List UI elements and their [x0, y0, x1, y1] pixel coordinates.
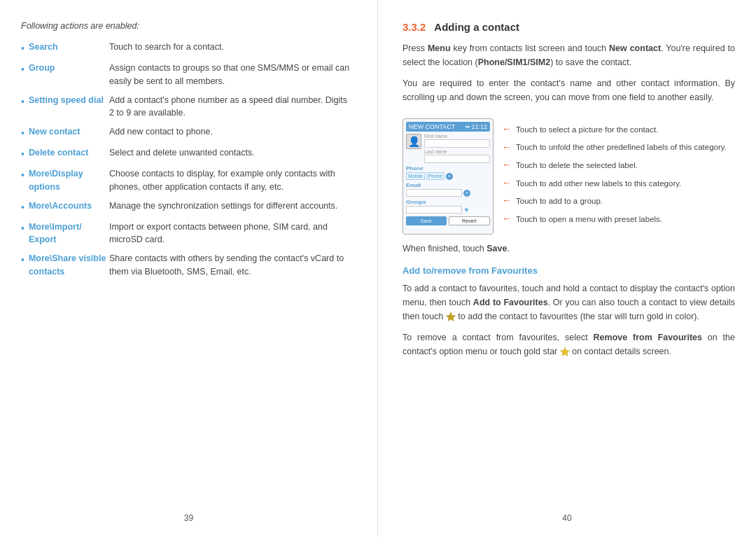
bullet-dot: •	[21, 221, 24, 236]
phone-mockup: NEW CONTACT ▪▪ 11:12 👤 First name Last n…	[402, 118, 493, 235]
phone-signal: ▪▪ 11:12	[465, 123, 487, 130]
last-name-field[interactable]	[424, 155, 490, 163]
email-section-label: Email	[406, 182, 490, 188]
callout-arrow-2: ←	[502, 141, 512, 155]
phone-area: NEW CONTACT ▪▪ 11:12 👤 First name Last n…	[402, 118, 735, 235]
para2: You are required to enter the contact's …	[402, 76, 735, 104]
revert-btn[interactable]: Revert	[449, 216, 491, 225]
groups-arrow: ▼	[463, 207, 470, 214]
list-item: • Setting speed dial Add a contact's pho…	[21, 94, 353, 120]
gold-star-icon	[560, 347, 570, 356]
list-item: • Delete contact Select and delete unwan…	[21, 146, 353, 162]
para4: To remove a contact from favourites, sel…	[402, 330, 735, 358]
bullet-desc: Choose contacts to display, for example …	[109, 167, 353, 194]
phone-bottom-btns: Save Revert	[406, 216, 490, 225]
bullet-list: • Search Touch to search for a contact. …	[21, 41, 353, 284]
groups-section-label: Groups	[406, 199, 490, 205]
bullet-term: Group	[29, 62, 109, 75]
phone-avatar: 👤	[406, 134, 421, 149]
callout-line-2: ← Touch to unfold the other predefined l…	[502, 141, 727, 155]
bullet-desc: Import or export contacts between phone,…	[109, 221, 353, 247]
list-item: • More\Import/Export Import or export co…	[21, 221, 353, 247]
callout-arrow-1: ←	[502, 123, 512, 137]
bullet-term: More\Accounts	[29, 200, 109, 213]
callout-text-5: Touch to add to a group.	[516, 195, 603, 207]
following-actions-label: Following actions are enabled:	[21, 21, 353, 31]
first-name-label: First name	[424, 134, 490, 139]
section-number: 3.3.2	[402, 21, 426, 33]
callout-line-1: ← Touch to select a picture for the cont…	[502, 123, 727, 137]
phone-top-bar: NEW CONTACT ▪▪ 11:12	[406, 122, 490, 132]
page-spread: Following actions are enabled: • Search …	[0, 0, 756, 537]
para1: Press Menu key from contacts list screen…	[402, 41, 735, 69]
bullet-dot: •	[21, 41, 24, 56]
bullet-desc: Add new contact to phone.	[109, 125, 213, 139]
callout-arrow-3: ←	[502, 158, 512, 172]
bullet-term: More\Import/Export	[29, 221, 109, 247]
phone-field-row: Mobile Phone +	[406, 172, 490, 180]
callout-line-5: ← Touch to add to a group.	[502, 194, 727, 208]
bullet-dot: •	[21, 147, 24, 162]
callout-line-4: ← Touch to add other new labels to this …	[502, 176, 727, 190]
bullet-dot: •	[21, 168, 24, 183]
bullet-term: Setting speed dial	[29, 94, 109, 107]
section-heading: 3.3.2 Adding a contact	[402, 21, 735, 33]
phone-tag: Phone	[426, 172, 444, 180]
list-item: • Search Touch to search for a contact.	[21, 41, 353, 56]
bullet-desc: Add a contact's phone number as a speed …	[109, 94, 353, 120]
callout-text-1: Touch to select a picture for the contac…	[516, 124, 658, 135]
callout-arrow-6: ←	[502, 212, 512, 226]
bullet-term: Search	[29, 41, 109, 54]
first-name-field[interactable]	[424, 139, 490, 148]
bullet-desc: Assign contacts to groups so that one SM…	[109, 62, 353, 88]
list-item: • More\Displayoptions Choose contacts to…	[21, 167, 353, 194]
new-contact-bold: New contact	[609, 43, 661, 53]
email-field-row: +	[406, 189, 490, 197]
callout-arrow-4: ←	[502, 176, 512, 190]
left-page-number: 39	[184, 513, 193, 523]
bullet-term: Delete contact	[29, 146, 109, 160]
groups-field-row: ▼	[406, 206, 490, 214]
list-item: • More\Accounts Manage the synchronizati…	[21, 200, 353, 215]
section-title: Adding a contact	[429, 21, 519, 33]
save-bold: Save	[486, 244, 507, 253]
list-item: • New contact Add new contact to phone.	[21, 125, 353, 141]
star-icon	[446, 312, 456, 321]
remove-favourites-bold: Remove from Favourites	[594, 333, 702, 342]
email-add-btn[interactable]: +	[463, 190, 470, 197]
list-item: • Group Assign contacts to groups so tha…	[21, 62, 353, 88]
bullet-desc: Manage the synchronization settings for …	[109, 200, 337, 213]
right-page-number: 40	[562, 513, 571, 523]
save-btn[interactable]: Save	[406, 216, 447, 225]
callout-arrow-5: ←	[502, 194, 512, 208]
last-name-label: Last name	[424, 149, 490, 154]
email-field[interactable]	[406, 189, 462, 197]
menu-bold: Menu	[428, 43, 451, 53]
left-page: Following actions are enabled: • Search …	[0, 0, 378, 537]
svg-marker-0	[446, 312, 455, 321]
callout-text-6: Touch to open a menu with preset labels.	[516, 214, 662, 225]
add-favourites-bold: Add to Favourites	[473, 298, 548, 307]
callout-lines: ← Touch to select a picture for the cont…	[502, 118, 727, 235]
svg-marker-1	[560, 347, 569, 356]
location-bold: Phone/SIM1/SIM2	[478, 57, 551, 67]
add-remove-subheading: Add to/remove from Favourites	[402, 265, 735, 276]
bullet-term: More\Displayoptions	[29, 167, 109, 194]
bullet-desc: Share contacts with others by sending th…	[109, 252, 353, 279]
callout-line-6: ← Touch to open a menu with preset label…	[502, 212, 727, 226]
callout-text-3: Touch to delete the selected label.	[516, 160, 638, 171]
bullet-dot: •	[21, 126, 24, 141]
bullet-term: New contact	[29, 125, 109, 139]
callout-text-2: Touch to unfold the other predefined lab…	[516, 141, 727, 153]
bullet-term: More\Share visiblecontacts	[29, 252, 109, 279]
bullet-dot: •	[21, 253, 24, 267]
bullet-desc: Select and delete unwanted contacts.	[109, 146, 255, 160]
phone-add-btn[interactable]: +	[446, 173, 453, 180]
phone-screen-title: NEW CONTACT	[409, 123, 455, 130]
avatar-icon: 👤	[408, 136, 420, 147]
groups-field[interactable]	[406, 206, 462, 214]
when-finished: When finished, touch Save.	[402, 242, 735, 256]
right-page: 3.3.2 Adding a contact Press Menu key fr…	[378, 0, 756, 537]
bullet-desc: Touch to search for a contact.	[109, 41, 224, 54]
para3: To add a contact to favourites, touch an…	[402, 281, 735, 323]
